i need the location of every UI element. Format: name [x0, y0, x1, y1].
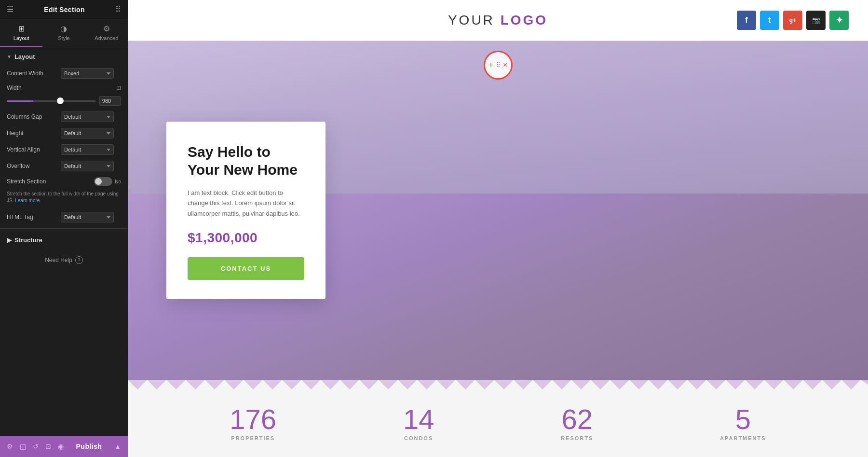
- stat-apartments: 5 APARTMENTS: [720, 405, 766, 441]
- hero-title: Say Hello to Your New Home: [188, 143, 304, 179]
- stat-resorts-label: RESORTS: [561, 435, 593, 441]
- content-width-control: Boxed Full Width: [61, 68, 121, 79]
- stat-resorts-number: 62: [561, 405, 593, 433]
- learn-more-link[interactable]: Learn more.: [15, 198, 41, 203]
- hero-content: Say Hello to Your New Home I am text blo…: [128, 41, 868, 380]
- brand5-icon[interactable]: ✦: [829, 11, 849, 30]
- height-control: Default Fit To Screen Min Height: [61, 128, 121, 138]
- need-help[interactable]: Need Help ?: [0, 249, 128, 272]
- panel-footer[interactable]: ⚙ ◫ ↺ ⊡ ◉ Publish ▲: [0, 436, 128, 457]
- control-circle[interactable]: + ⠿ ×: [484, 51, 513, 80]
- contact-us-button[interactable]: CONTACT US: [188, 257, 304, 280]
- section-control: + ⠿ ×: [484, 51, 513, 80]
- grid-icon[interactable]: ⠿: [115, 5, 121, 14]
- columns-gap-select[interactable]: Default No Gap Narrow Wide: [61, 111, 114, 122]
- stat-condos: 14 CONDOS: [403, 405, 434, 441]
- facebook-icon[interactable]: f: [737, 11, 756, 30]
- layout-icon: ⊞: [18, 24, 25, 33]
- vertical-align-control: Default Top Middle Bottom: [61, 144, 121, 155]
- hero-price: $1,300,000: [188, 230, 304, 246]
- stretch-section-row: Stretch Section No: [0, 174, 128, 189]
- hero-section: + ⠿ × Say Hello to Your New Home I am te…: [128, 41, 868, 380]
- stat-condos-label: CONDOS: [404, 435, 433, 441]
- layout-section-title: Layout: [14, 53, 35, 60]
- layout-arrow-icon: ▼: [7, 54, 12, 59]
- twitter-icon[interactable]: t: [760, 11, 779, 30]
- hamburger-icon[interactable]: ☰: [7, 5, 14, 14]
- svg-marker-0: [128, 380, 868, 389]
- content-width-select[interactable]: Boxed Full Width: [61, 68, 114, 79]
- need-help-label: Need Help: [45, 257, 72, 263]
- overflow-label: Overflow: [7, 163, 57, 169]
- panel-tabs: ⊞ Layout ◑ Style ⚙ Advanced: [0, 19, 128, 47]
- structure-section-title: Structure: [14, 236, 42, 244]
- history-footer-icon[interactable]: ↺: [33, 443, 39, 450]
- stretch-section-toggle[interactable]: No: [94, 177, 121, 186]
- structure-section-header[interactable]: ▶ Structure: [0, 232, 128, 249]
- layout-section-header[interactable]: ▼ Layout: [0, 47, 128, 65]
- stretch-note: Stretch the section to the full width of…: [0, 189, 128, 209]
- overflow-row: Overflow Default Hidden: [0, 158, 128, 174]
- width-slider[interactable]: [7, 100, 95, 102]
- html-tag-label: HTML Tag: [7, 214, 57, 221]
- preview-footer-icon[interactable]: ⊡: [45, 443, 51, 450]
- tab-layout[interactable]: ⊞ Layout: [0, 19, 42, 47]
- content-width-label: Content Width: [7, 70, 57, 77]
- zigzag-svg: [128, 380, 868, 389]
- toggle-bg: [94, 177, 112, 186]
- columns-gap-control: Default No Gap Narrow Wide: [61, 111, 121, 122]
- eye-footer-icon[interactable]: ◉: [58, 443, 64, 450]
- help-icon: ?: [75, 256, 83, 264]
- social-icons: f t g+ 📷 ✦: [737, 11, 849, 30]
- site-logo: YOUR LOGO: [448, 13, 548, 28]
- height-label: Height: [7, 130, 57, 137]
- stat-resorts: 62 RESORTS: [561, 405, 593, 441]
- move-section-icon: ⠿: [496, 62, 500, 69]
- overflow-select[interactable]: Default Hidden: [61, 161, 114, 171]
- structure-arrow-icon: ▶: [7, 236, 12, 244]
- hero-description: I am text block. Click edit button to ch…: [188, 188, 304, 219]
- stat-apartments-number: 5: [735, 405, 751, 433]
- columns-gap-row: Columns Gap Default No Gap Narrow Wide: [0, 109, 128, 125]
- stat-properties-label: PROPERTIES: [231, 435, 275, 441]
- html-tag-select[interactable]: Default header footer main article secti…: [61, 212, 114, 222]
- publish-arrow-icon[interactable]: ▲: [114, 443, 121, 450]
- tab-style-label: Style: [58, 35, 69, 41]
- stats-section: 176 PROPERTIES 14 CONDOS 62 RESORTS 5 AP…: [128, 389, 868, 457]
- vertical-align-row: Vertical Align Default Top Middle Bottom: [0, 141, 128, 158]
- hero-card: Say Hello to Your New Home I am text blo…: [166, 122, 326, 299]
- content-width-row: Content Width Boxed Full Width: [0, 65, 128, 82]
- slider-row: [0, 96, 128, 109]
- panel-title: Edit Section: [44, 6, 85, 14]
- tab-style[interactable]: ◑ Style: [42, 19, 85, 47]
- toggle-knob: [95, 178, 102, 185]
- publish-button[interactable]: Publish: [76, 443, 102, 450]
- tab-advanced[interactable]: ⚙ Advanced: [85, 19, 128, 47]
- stat-properties-number: 176: [230, 405, 276, 433]
- columns-gap-label: Columns Gap: [7, 113, 57, 120]
- hero-title-line2: Your New Home: [188, 162, 298, 178]
- stat-apartments-label: APARTMENTS: [720, 435, 766, 441]
- settings-footer-icon[interactable]: ⚙: [7, 443, 13, 450]
- height-select[interactable]: Default Fit To Screen Min Height: [61, 128, 114, 138]
- html-tag-control: Default header footer main article secti…: [61, 212, 121, 222]
- tab-layout-label: Layout: [14, 35, 29, 41]
- panel-content: ▼ Layout Content Width Boxed Full Width …: [0, 47, 128, 436]
- advanced-icon: ⚙: [103, 24, 110, 33]
- logo-prefix: YOUR: [448, 13, 501, 28]
- stat-properties: 176 PROPERTIES: [230, 405, 276, 441]
- google-plus-icon[interactable]: g+: [783, 11, 802, 30]
- stat-condos-number: 14: [403, 405, 434, 433]
- vertical-align-select[interactable]: Default Top Middle Bottom: [61, 144, 114, 155]
- style-icon: ◑: [60, 24, 67, 33]
- tab-advanced-label: Advanced: [95, 35, 118, 41]
- instagram-icon[interactable]: 📷: [806, 11, 826, 30]
- panel-header: ☰ Edit Section ⠿: [0, 0, 128, 19]
- width-label: Width: [7, 84, 113, 91]
- stretch-section-label: Stretch Section: [7, 178, 90, 185]
- html-tag-row: HTML Tag Default header footer main arti…: [0, 209, 128, 225]
- add-section-icon: +: [488, 60, 494, 70]
- overflow-control: Default Hidden: [61, 161, 121, 171]
- layers-footer-icon[interactable]: ◫: [20, 443, 26, 450]
- width-number-input[interactable]: [99, 96, 121, 106]
